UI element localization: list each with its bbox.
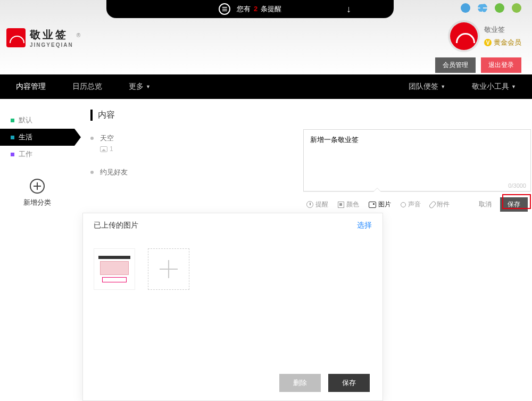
logo[interactable]: 敬业签 JINGYEQIAN ® [6,28,80,48]
editor-save-button[interactable]: 保存 [500,197,528,212]
nav-more[interactable]: 更多▼ [129,82,151,91]
header-buttons: 会员管理 退出登录 [435,57,521,73]
notify-pre: 您有 [237,5,251,13]
image-icon [100,146,107,152]
add-image-button[interactable] [148,248,189,290]
windows-icon[interactable] [478,3,487,13]
clock-icon [306,201,313,208]
note-title: 约见好友 [100,168,128,177]
tool-attach[interactable]: 附件 [430,200,450,209]
header-banner: ≡ 您有 2 条提醒 ↓ 敬业签 JINGYEQIAN ® 敬业签 黄金会员 会… [0,0,532,74]
apple-icon[interactable] [495,3,504,13]
add-category-button[interactable]: 新增分类 [0,179,74,207]
brand-name-cn: 敬业签 [30,28,73,42]
note-textarea[interactable] [304,130,530,181]
bullet-icon [90,137,94,140]
nav-content[interactable]: 内容管理 [16,82,46,91]
caret-down-icon: ▼ [511,84,516,89]
notify-count: 2 [253,5,259,13]
plus-icon [30,179,45,194]
dot-icon [11,119,14,122]
dot-icon [11,136,14,139]
tool-image[interactable]: 图片 [369,200,391,209]
tool-remind[interactable]: 提醒 [306,200,328,209]
category-default[interactable]: 默认 [0,112,74,129]
notification-bar[interactable]: ≡ 您有 2 条提醒 ↓ [106,0,394,18]
sidebar: 默认 生活 工作 新增分类 [0,99,74,401]
main-nav: 内容管理 日历总览 更多▼ 团队便签▼ 敬业小工具▼ [0,74,532,99]
avatar[interactable] [450,22,478,50]
logout-button[interactable]: 退出登录 [481,57,521,73]
registered-icon: ® [77,32,80,38]
vip-badge: 黄金会员 [484,38,521,47]
bullet-icon [90,171,94,174]
section-title: 内容 [90,110,532,121]
speech-icon: ≡ [219,3,230,15]
user-block: 敬业签 黄金会员 [450,22,521,50]
arrow-up-icon [373,188,381,192]
caret-down-icon: ▼ [440,84,445,89]
char-counter: 0/3000 [304,182,530,191]
upload-modal: 已上传的图片 选择 删除 保存 [82,213,383,401]
add-category-label: 新增分类 [0,198,74,207]
logo-mark-icon [6,28,26,47]
image-icon [369,202,376,208]
modal-select-button[interactable]: 选择 [357,221,372,230]
category-work[interactable]: 工作 [0,146,74,163]
tool-color[interactable]: 颜色 [338,200,359,209]
category-life[interactable]: 生活 [0,129,74,146]
ie-icon[interactable] [461,3,470,13]
tool-sound[interactable]: 声音 [401,200,421,209]
arrow-down-icon[interactable]: ↓ [346,4,351,15]
dot-icon [11,153,14,156]
user-name: 敬业签 [484,25,521,35]
editor-panel: 0/3000 提醒 颜色 图片 声音 附件 取消 保存 [303,129,531,217]
editor-cancel-button[interactable]: 取消 [473,198,497,211]
caret-down-icon: ▼ [146,84,151,89]
nav-team[interactable]: 团队便签▼ [409,82,445,91]
nav-tools[interactable]: 敬业小工具▼ [472,82,516,91]
android-icon[interactable] [512,3,521,13]
note-title: 天空 [100,133,114,143]
clip-icon [428,200,436,209]
sound-icon [401,202,406,207]
color-icon [338,202,344,208]
uploaded-image-thumb[interactable] [94,248,135,290]
modal-delete-button[interactable]: 删除 [279,374,321,392]
platform-icons [461,3,521,13]
modal-save-button[interactable]: 保存 [328,374,370,392]
modal-title: 已上传的图片 [94,221,138,230]
notify-post: 条提醒 [261,5,281,13]
nav-calendar[interactable]: 日历总览 [72,82,102,91]
note-image-count: 1 [110,145,113,153]
member-manage-button[interactable]: 会员管理 [435,57,476,73]
brand-name-en: JINGYEQIAN [30,42,73,48]
